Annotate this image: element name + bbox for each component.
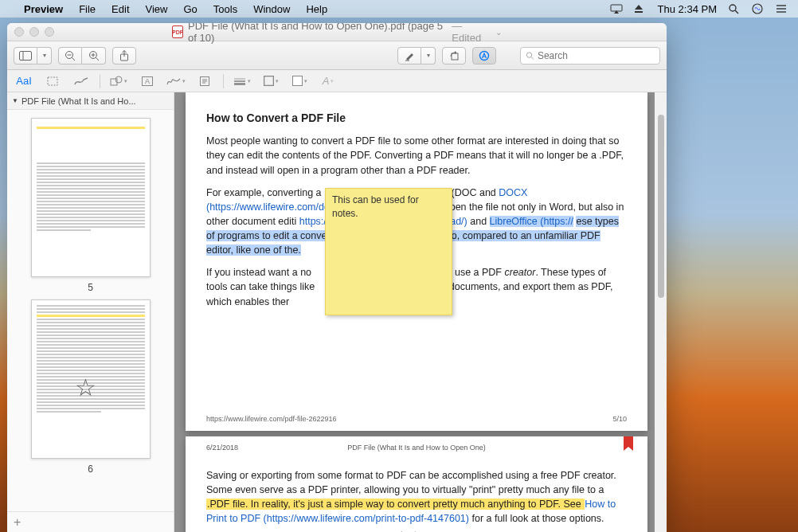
page-date: 6/21/2018: [206, 443, 238, 453]
footer-url: https://www.lifewire.com/pdf-file-262291…: [206, 414, 337, 424]
close-button[interactable]: [14, 27, 24, 37]
line-weight-tool[interactable]: ▾: [232, 73, 252, 89]
svg-line-5: [735, 10, 738, 14]
sign-tool[interactable]: ▾: [166, 73, 186, 89]
document-view[interactable]: How to Convert a PDF File Most people wa…: [174, 92, 667, 532]
sidebar-title: PDF File (What It Is and Ho...: [22, 96, 136, 106]
share-button[interactable]: [112, 47, 136, 65]
shapes-tool[interactable]: ▾: [108, 73, 129, 89]
svg-line-26: [531, 57, 534, 59]
sticky-note-text: This can be used for notes.: [332, 194, 419, 219]
text-style-tool[interactable]: A▾: [318, 73, 338, 89]
star-annotation-icon: ☆: [75, 372, 96, 403]
text-selection-tool[interactable]: AaI: [14, 73, 34, 89]
rotate-button[interactable]: [442, 47, 466, 65]
edited-label: — Edited: [452, 23, 491, 44]
minimize-button[interactable]: [29, 27, 39, 37]
paragraph: Most people wanting to convert a PDF fil…: [206, 134, 627, 177]
eject-icon[interactable]: [634, 4, 647, 14]
note-tool[interactable]: [194, 73, 215, 89]
page-heading: How to Convert a PDF File: [206, 110, 627, 126]
rect-selection-tool[interactable]: [42, 73, 63, 89]
sidebar-view-menu[interactable]: ▾: [37, 47, 52, 65]
pdf-icon: PDF: [172, 25, 183, 38]
macos-menubar: Preview File Edit View Go Tools Window H…: [0, 0, 798, 18]
svg-rect-40: [292, 76, 302, 86]
pdf-page-5[interactable]: How to Convert a PDF File Most people wa…: [186, 92, 647, 431]
airplay-icon[interactable]: [610, 4, 623, 14]
zoom-in-button[interactable]: [82, 47, 106, 65]
bookmark-icon[interactable]: [624, 436, 633, 451]
vertical-scrollbar[interactable]: [655, 92, 667, 532]
markup-toolbar: AaI ▾ A ▾ ▾ ▾ ▾ A▾: [7, 70, 667, 92]
sketch-tool[interactable]: [71, 73, 92, 89]
search-field[interactable]: [520, 47, 660, 65]
zoom-out-button[interactable]: [58, 47, 82, 65]
footer-page-number: 5/10: [612, 414, 627, 424]
text-tool[interactable]: A: [137, 73, 158, 89]
scrollbar-thumb[interactable]: [658, 115, 664, 298]
page-header-title: PDF File (What It Is and How to Open One…: [347, 443, 486, 453]
paragraph: Saving or exporting from some format to …: [206, 468, 627, 526]
fill-color-tool[interactable]: ▾: [289, 73, 310, 89]
svg-point-29: [115, 76, 122, 83]
search-input[interactable]: [538, 50, 655, 61]
svg-rect-0: [611, 5, 622, 11]
markup-button[interactable]: [472, 47, 496, 65]
title-dropdown-icon[interactable]: ⌄: [495, 28, 502, 37]
thumbnail-number: 6: [31, 464, 151, 475]
svg-point-25: [526, 52, 531, 57]
thumbnail-page-6[interactable]: ☆ 6: [31, 299, 151, 475]
menu-file[interactable]: File: [71, 3, 104, 15]
search-icon: [526, 51, 534, 61]
zoom-button[interactable]: [45, 27, 54, 37]
thumbnails-sidebar: ▼ PDF File (What It Is and Ho...: [7, 92, 174, 532]
menu-help[interactable]: Help: [298, 3, 335, 15]
pdf-page-6[interactable]: 6/21/2018 PDF File (What It Is and How t…: [186, 436, 647, 532]
svg-text:A: A: [145, 77, 150, 85]
sidebar-header[interactable]: ▼ PDF File (What It Is and Ho...: [7, 92, 174, 110]
svg-line-16: [96, 57, 99, 61]
border-color-tool[interactable]: ▾: [260, 73, 281, 89]
notifications-icon[interactable]: [776, 4, 788, 14]
svg-point-4: [730, 5, 736, 11]
svg-marker-2: [635, 5, 643, 10]
highlight-button[interactable]: [397, 47, 421, 65]
menu-window[interactable]: Window: [245, 3, 298, 15]
siri-icon[interactable]: [752, 3, 765, 14]
sticky-note[interactable]: This can be used for notes.: [325, 188, 452, 315]
svg-rect-10: [20, 51, 32, 60]
svg-rect-22: [452, 53, 458, 60]
menu-tools[interactable]: Tools: [205, 3, 245, 15]
ad-label: Advertisement: [206, 530, 627, 533]
spotlight-icon[interactable]: [728, 3, 741, 14]
svg-line-13: [72, 57, 75, 61]
preview-window: PDF PDF File (What It Is and How to Open…: [7, 23, 667, 532]
highlight-menu[interactable]: ▾: [421, 47, 436, 65]
window-titlebar[interactable]: PDF PDF File (What It Is and How to Open…: [7, 23, 667, 41]
svg-rect-3: [635, 11, 643, 13]
thumbnail-page-5[interactable]: 5: [31, 118, 151, 293]
svg-rect-27: [48, 77, 57, 85]
toolbar: ▾ ▾: [7, 41, 667, 70]
highlight: .PDF file. In reality, it's just a simpl…: [206, 499, 585, 510]
disclosure-triangle-icon[interactable]: ▼: [12, 97, 18, 104]
add-page-button[interactable]: +: [14, 515, 21, 530]
menubar-clock[interactable]: Thu 2:34 PM: [658, 3, 717, 15]
thumbnail-number: 5: [31, 282, 151, 293]
svg-rect-39: [264, 76, 273, 86]
menu-view[interactable]: View: [138, 3, 176, 15]
link[interactable]: LibreOffice (https://: [490, 216, 573, 227]
svg-rect-21: [405, 60, 409, 61]
menu-edit[interactable]: Edit: [104, 3, 137, 15]
sidebar-view-button[interactable]: [14, 47, 37, 65]
menu-go[interactable]: Go: [175, 3, 205, 15]
window-title: PDF File (What It Is and How to Open One…: [188, 23, 447, 44]
app-menu[interactable]: Preview: [16, 3, 71, 15]
